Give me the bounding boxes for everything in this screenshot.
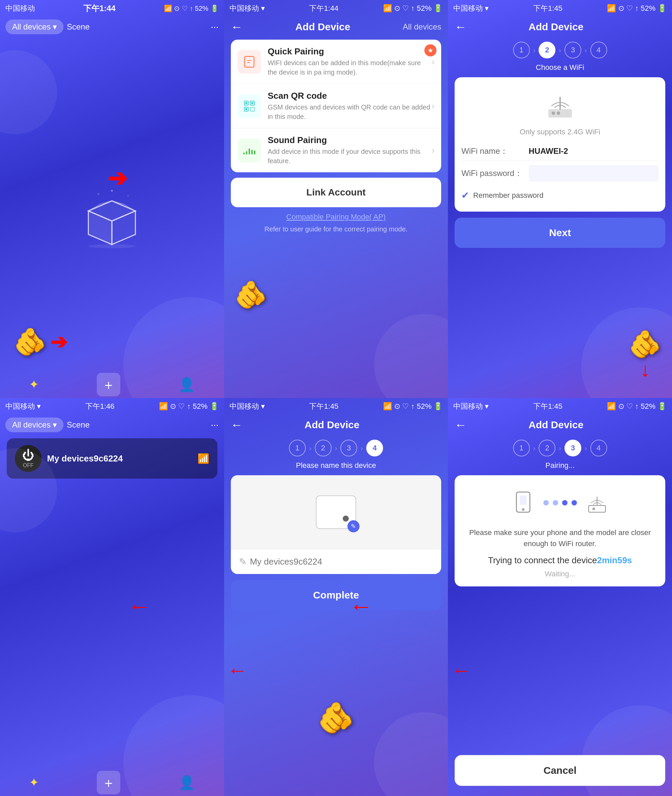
nav-title-p2: Add Device: [243, 21, 403, 33]
back-button-p5[interactable]: ←: [231, 418, 243, 432]
all-devices-button-p4[interactable]: All devices ▾: [5, 417, 64, 432]
add-device-button-p4[interactable]: ＋: [97, 771, 120, 794]
profile-icon[interactable]: 👤: [178, 377, 195, 393]
remember-row[interactable]: ✔ Remember password: [461, 186, 659, 205]
nav-right-p2: All devices: [403, 22, 442, 32]
back-button-p3[interactable]: ←: [454, 20, 467, 34]
wifi-password-input[interactable]: [528, 165, 659, 182]
panel-pairing: 中国移动 ▾ 下午1:45 📶 ⊙ ♡ ↑ 52% 🔋 ← Add Device…: [448, 398, 672, 796]
more-button-p4[interactable]: ···: [211, 419, 218, 430]
add-device-button[interactable]: ＋: [97, 373, 120, 396]
compatible-pairing-link[interactable]: Compatible Pairing Mode( AP): [224, 210, 448, 224]
sound-pairing-item[interactable]: Sound Pairing Add device in this mode if…: [231, 128, 442, 172]
scan-qr-title: Scan QR code: [268, 91, 431, 101]
arrow-p1-p2: ➔: [107, 165, 127, 192]
profile-icon-p4[interactable]: 👤: [178, 775, 195, 791]
status-bar-p2: 中国移动 ▾ 下午1:44 📶 ⊙ ♡ ↑ 52% 🔋: [224, 0, 448, 17]
device-image-area: ✎: [231, 475, 442, 549]
wifi-connected-icon: 📶: [198, 453, 209, 464]
scene-button-p4[interactable]: Scene: [67, 420, 90, 430]
step-label-p5: Please name this device: [224, 461, 448, 473]
bottom-nav-p4: ✦ ＋ 👤: [0, 769, 224, 796]
status-bar-p5: 中国移动 ▾ 下午1:45 📶 ⊙ ♡ ↑ 52% 🔋: [224, 398, 448, 415]
scan-qr-item[interactable]: Scan QR code GSM devices and devices wit…: [231, 84, 442, 128]
icons-p2: 📶 ⊙ ♡ ↑ 52% 🔋: [383, 4, 443, 13]
nav-title-p6: Add Device: [467, 419, 645, 431]
nav-bar-p3: ← Add Device: [448, 17, 672, 37]
svg-point-1: [127, 195, 129, 197]
svg-rect-4: [245, 56, 254, 67]
name-device-card: ✎ ✎: [231, 475, 442, 574]
time-p6: 下午1:45: [533, 401, 562, 411]
dot-3: [562, 500, 568, 505]
back-button-p2[interactable]: ←: [231, 20, 243, 34]
chevron-down-icon: ▾: [53, 22, 57, 32]
remember-text: Remember password: [473, 191, 543, 200]
svg-point-22: [557, 112, 560, 115]
right-arrow-icon: ➔: [50, 330, 67, 354]
step-2-p6: 2: [539, 440, 555, 456]
wifi-router-icon-area: [461, 84, 659, 128]
plus-icon: ＋: [102, 376, 115, 394]
power-off-label: OFF: [23, 462, 34, 468]
down-arrow-icon: ↓: [640, 358, 650, 381]
wifi-password-row: WiFi password：: [461, 161, 659, 186]
edit-icon-overlay[interactable]: ✎: [347, 520, 360, 532]
step-3-p5: 3: [340, 440, 357, 456]
carrier-p6: 中国移动 ▾: [453, 401, 488, 411]
svg-point-3: [88, 244, 135, 248]
back-button-p6[interactable]: ←: [454, 418, 467, 432]
device-dot: [343, 516, 349, 522]
chevron-right-icon: ›: [431, 56, 434, 67]
carrier-p3: 中国移动 ▾: [453, 3, 488, 13]
left-arrow-p6: ←: [451, 659, 471, 682]
home-top-bar: All devices ▾ Scene ···: [0, 17, 224, 37]
home-top-bar-p4: All devices ▾ Scene ···: [0, 415, 224, 435]
router-icon: [540, 91, 580, 121]
step-4-p6: 4: [590, 440, 607, 456]
quick-pairing-title: Quick Pairing: [268, 46, 431, 57]
chevron-right-icon-3: ›: [431, 145, 434, 156]
more-button[interactable]: ···: [211, 21, 218, 32]
status-bar-home: 中国移动 下午1:44 📶 ⊙ ♡ ↑ 52% 🔋: [0, 0, 224, 17]
all-devices-button[interactable]: All devices ▾: [5, 19, 64, 34]
carrier-home: 中国移动: [5, 3, 35, 13]
sound-pairing-desc: Add device in this mode if your device s…: [268, 147, 431, 166]
pairing-card: Please make sure your phone and the mode…: [454, 475, 665, 587]
power-button[interactable]: ⏻ OFF: [15, 445, 42, 472]
icons-p6: 📶 ⊙ ♡ ↑ 52% 🔋: [607, 402, 667, 411]
scan-qr-icon-wrap: [238, 94, 261, 118]
step-2: 2: [539, 42, 555, 58]
chevron-right-icon-2: ›: [431, 101, 434, 112]
router-device-icon: [584, 489, 611, 517]
complete-button[interactable]: Complete: [231, 580, 442, 610]
device-card[interactable]: ⏻ OFF My devices9c6224 📶: [7, 438, 218, 479]
pairing-diagram: [461, 482, 659, 524]
quick-pairing-icon: [243, 55, 256, 69]
nav-bar-p5: ← Add Device: [224, 415, 448, 435]
phone-device-icon: [510, 489, 537, 517]
quick-pairing-icon-wrap: [238, 50, 261, 74]
next-button[interactable]: Next: [454, 217, 665, 248]
nav-bar-p2: ← Add Device All devices: [224, 17, 448, 37]
name-input-row: ✎: [231, 549, 442, 574]
plus-icon-p4: ＋: [102, 774, 115, 792]
step-4-p5: 4: [366, 440, 383, 456]
cancel-button[interactable]: Cancel: [454, 755, 665, 786]
quick-pairing-item[interactable]: Quick Pairing WIFI devices can be added …: [231, 40, 442, 84]
svg-rect-10: [245, 102, 247, 104]
home-nav-sparkle-p4[interactable]: ✦: [29, 775, 39, 790]
pairing-dots: [543, 500, 577, 505]
sound-pairing-icon: [243, 144, 256, 157]
home-nav-sparkle[interactable]: ✦: [29, 377, 39, 392]
link-account-button[interactable]: Link Account: [231, 178, 442, 207]
svg-point-28: [592, 507, 595, 510]
step-3: 3: [565, 42, 581, 58]
trying-time: 2min59s: [597, 555, 632, 565]
hand-cursor-icon: 🫵: [13, 326, 47, 358]
scene-button[interactable]: Scene: [67, 22, 90, 32]
step-indicator-p5: 1 › 2 › 3 › 4: [224, 435, 448, 461]
step-label-p3: Choose a WiFi: [448, 63, 672, 75]
device-name-input[interactable]: [250, 556, 434, 567]
left-arrow-p5: ←: [227, 659, 248, 682]
